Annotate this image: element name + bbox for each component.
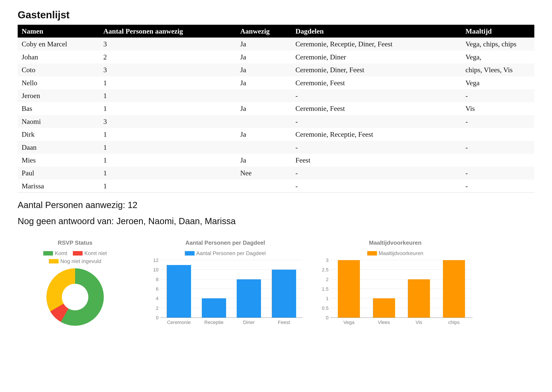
chart-title: RSVP Status	[18, 239, 132, 246]
donut-chart	[46, 268, 104, 326]
table-row: Coto3JaCeremonie, Diner, Feestchips, Vle…	[18, 63, 534, 76]
ytick: 0.5	[322, 305, 329, 311]
th-dagdelen: Dagdelen	[291, 25, 462, 38]
chart-maaltijd: Maaltijdvoorkeuren Maaltijdvoorkeuren 00…	[318, 239, 473, 325]
cell-dagdelen: Feest	[291, 154, 462, 167]
legend-swatch	[49, 259, 59, 264]
chart-dagdeel: Aantal Personen per Dagdeel Aantal Perso…	[148, 239, 303, 325]
cell-aanwezig: Ja	[236, 154, 291, 167]
cell-aantal: 1	[99, 167, 236, 179]
legend-swatch	[367, 251, 377, 256]
xtick: Diner	[237, 320, 261, 325]
cell-dagdelen: -	[291, 167, 462, 179]
xtick: Receptie	[202, 320, 226, 325]
xtick: Vega	[338, 320, 360, 325]
legend-swatch	[43, 251, 53, 256]
cell-aanwezig: Nee	[236, 167, 291, 179]
cell-naam: Coto	[18, 63, 99, 76]
cell-aantal: 1	[99, 128, 236, 141]
cell-maaltijd: -	[462, 89, 534, 102]
cell-maaltijd: -	[462, 115, 534, 128]
chart-rsvp-status: RSVP Status KomtKomt nietNog niet ingevu…	[18, 239, 132, 326]
cell-naam: Dirk	[18, 128, 99, 141]
summary-attending-label: Aantal Personen aanwezig:	[18, 200, 125, 210]
bar	[338, 260, 360, 318]
cell-dagdelen: Ceremonie, Receptie, Diner, Feest	[291, 38, 462, 50]
table-row: Daan1--	[18, 141, 534, 154]
cell-naam: Johan	[18, 51, 99, 63]
cell-maaltijd: Vega, chips, chips	[462, 38, 534, 50]
cell-aanwezig	[236, 89, 291, 102]
bar	[167, 265, 191, 318]
bar	[443, 260, 465, 318]
cell-aantal: 1	[99, 141, 236, 154]
table-row: Mies1JaFeest	[18, 154, 534, 167]
summary-noresponse: Nog geen antwoord van: Jeroen, Naomi, Da…	[18, 216, 534, 226]
legend-label: Maaltijdvoorkeuren	[379, 250, 423, 256]
legend-item: Maaltijdvoorkeuren	[367, 250, 423, 256]
legend-item: Komt	[43, 250, 67, 256]
cell-dagdelen: -	[291, 89, 462, 102]
cell-naam: Bas	[18, 102, 99, 115]
table-row: Bas1JaCeremonie, FeestVis	[18, 102, 534, 115]
legend-label: Nog niet ingevuld	[60, 258, 101, 264]
cell-naam: Marissa	[18, 180, 99, 193]
bar	[408, 279, 430, 318]
cell-dagdelen: Ceremonie, Diner	[291, 51, 462, 63]
page-title: Gastenlijst	[18, 9, 534, 21]
ytick: 6	[156, 286, 159, 292]
summary-attending: Aantal Personen aanwezig: 12	[18, 200, 534, 210]
cell-maaltijd: -	[462, 141, 534, 154]
cell-dagdelen: -	[291, 141, 462, 154]
cell-aantal: 3	[99, 115, 236, 128]
cell-aanwezig	[236, 115, 291, 128]
ytick: 2.5	[322, 267, 329, 273]
cell-dagdelen: Ceremonie, Feest	[291, 77, 462, 89]
cell-naam: Daan	[18, 141, 99, 154]
chart-title: Aantal Personen per Dagdeel	[148, 239, 303, 246]
legend-swatch	[73, 251, 83, 256]
xtick: chips	[443, 320, 465, 325]
cell-aantal: 1	[99, 77, 236, 89]
cell-dagdelen: Ceremonie, Receptie, Feest	[291, 128, 462, 141]
guest-table: Namen Aantal Personen aanwezig Aanwezig …	[18, 25, 534, 193]
cell-dagdelen: Ceremonie, Diner, Feest	[291, 63, 462, 76]
ytick: 1	[326, 296, 329, 301]
chart-title: Maaltijdvoorkeuren	[318, 239, 473, 246]
cell-aanwezig: Ja	[236, 102, 291, 115]
cell-maaltijd: -	[462, 167, 534, 179]
cell-naam: Paul	[18, 167, 99, 179]
cell-naam: Coby en Marcel	[18, 38, 99, 50]
table-row: Paul1Nee--	[18, 167, 534, 179]
cell-maaltijd	[462, 154, 534, 167]
cell-maaltijd: Vega	[462, 77, 534, 89]
cell-dagdelen: -	[291, 180, 462, 193]
legend-item: Komt niet	[73, 250, 107, 256]
table-row: Nello1JaCeremonie, FeestVega	[18, 77, 534, 89]
cell-aantal: 3	[99, 38, 236, 50]
table-row: Naomi3--	[18, 115, 534, 128]
th-aantal: Aantal Personen aanwezig	[99, 25, 236, 38]
cell-aantal: 1	[99, 89, 236, 102]
table-row: Jeroen1--	[18, 89, 534, 102]
cell-maaltijd: -	[462, 180, 534, 193]
table-row: Dirk1JaCeremonie, Receptie, Feest	[18, 128, 534, 141]
bar	[272, 270, 296, 318]
th-namen: Namen	[18, 25, 99, 38]
legend-label: Komt niet	[84, 250, 107, 256]
ytick: 3	[326, 258, 329, 263]
ytick: 2	[156, 305, 159, 311]
legend-item: Aantal Personen per Dagdeel	[185, 250, 266, 256]
th-maaltijd: Maaltijd	[462, 25, 534, 38]
cell-aanwezig	[236, 141, 291, 154]
cell-aanwezig: Ja	[236, 63, 291, 76]
ytick: 0	[326, 315, 329, 321]
th-aanwezig: Aanwezig	[236, 25, 291, 38]
summary-attending-value: 12	[128, 200, 138, 210]
summary-noresponse-label: Nog geen antwoord van:	[18, 216, 114, 226]
table-row: Marissa1--	[18, 180, 534, 193]
ytick: 0	[156, 315, 159, 321]
cell-naam: Nello	[18, 77, 99, 89]
legend-swatch	[185, 251, 194, 256]
cell-aanwezig: Ja	[236, 77, 291, 89]
